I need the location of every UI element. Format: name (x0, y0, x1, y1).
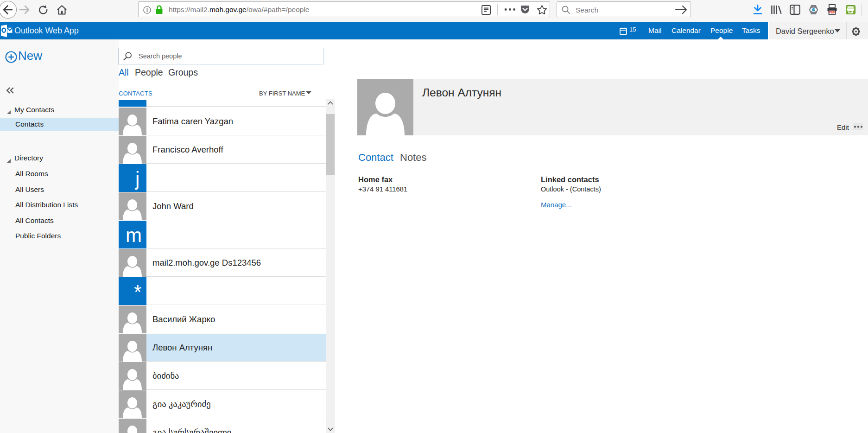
svg-text:PDF: PDF (829, 11, 835, 14)
